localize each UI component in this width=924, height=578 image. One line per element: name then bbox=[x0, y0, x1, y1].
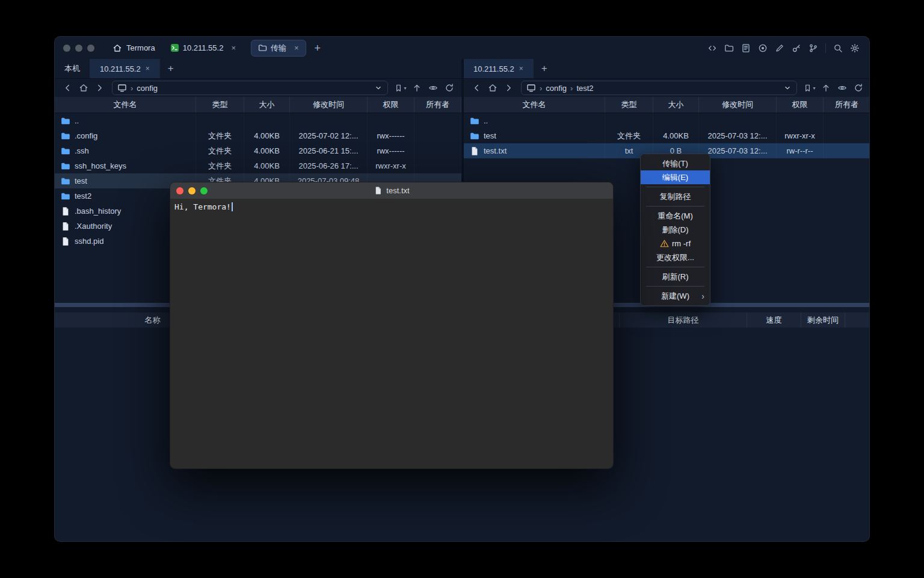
app-home-tab[interactable]: Termora bbox=[112, 43, 155, 53]
column-header[interactable]: 大小 bbox=[244, 97, 290, 113]
folder-icon[interactable] bbox=[724, 43, 734, 53]
file-size: 4.00KB bbox=[653, 128, 699, 143]
column-header[interactable]: 修改时间 bbox=[699, 97, 777, 113]
column-header[interactable]: 修改时间 bbox=[290, 97, 368, 113]
parent-dir-button[interactable] bbox=[818, 81, 833, 95]
close-button[interactable] bbox=[63, 45, 70, 52]
settings-icon[interactable] bbox=[850, 43, 860, 53]
file-size: 4.00KB bbox=[244, 143, 290, 158]
tab-transfer[interactable]: 传输 × bbox=[251, 40, 306, 57]
breadcrumb[interactable]: › config bbox=[112, 81, 388, 95]
main-titlebar: Termora 10.211.55.2 × 传输 × + bbox=[55, 37, 869, 59]
column-header[interactable]: 权限 bbox=[368, 97, 414, 113]
search-icon[interactable] bbox=[833, 43, 843, 53]
close-button[interactable] bbox=[176, 187, 183, 194]
menu-item-chmod[interactable]: 更改权限... bbox=[641, 250, 710, 264]
tab-remote[interactable]: 10.211.55.2 × bbox=[90, 59, 160, 78]
file-owner bbox=[824, 128, 870, 143]
menu-item-new[interactable]: 新建(W) › bbox=[641, 289, 710, 303]
menu-item-rename[interactable]: 重命名(M) bbox=[641, 209, 710, 223]
breadcrumb[interactable]: › config › test2 bbox=[521, 81, 797, 95]
record-icon[interactable] bbox=[758, 43, 768, 53]
zoom-button[interactable] bbox=[200, 187, 208, 194]
key-icon[interactable] bbox=[792, 43, 801, 53]
file-type: 文件夹 bbox=[605, 128, 653, 143]
menu-item-refresh[interactable]: 刷新(R) bbox=[641, 270, 710, 284]
back-button[interactable] bbox=[60, 81, 75, 95]
zoom-button[interactable] bbox=[87, 45, 94, 52]
breadcrumb-segment[interactable]: config bbox=[546, 84, 567, 93]
column-header[interactable]: 文件名 bbox=[55, 97, 196, 113]
forward-button[interactable] bbox=[92, 81, 107, 95]
bookmark-button[interactable]: ▾ bbox=[802, 81, 817, 95]
menu-item-copy-path[interactable]: 复制路径 bbox=[641, 190, 710, 204]
left-table-header: 文件名 类型 大小 修改时间 权限 所有者 bbox=[55, 97, 461, 113]
column-header[interactable]: 剩余时间 bbox=[801, 312, 845, 328]
show-hidden-button[interactable] bbox=[834, 81, 849, 95]
close-tab-icon[interactable]: × bbox=[519, 64, 523, 73]
file-modified: 2025-07-03 12:... bbox=[699, 143, 777, 158]
branch-icon[interactable] bbox=[808, 43, 818, 53]
close-tab-icon[interactable]: × bbox=[146, 64, 150, 73]
menu-separator bbox=[646, 206, 704, 207]
file-row[interactable]: .ssh 文件夹4.00KB2025-06-21 15:...rwx------ bbox=[55, 143, 461, 158]
file-name: .ssh bbox=[75, 146, 89, 155]
column-header[interactable]: 速度 bbox=[747, 312, 801, 328]
file-name: .Xauthority bbox=[75, 222, 112, 231]
column-header[interactable]: 文件名 bbox=[464, 97, 605, 113]
code-icon[interactable] bbox=[707, 43, 717, 53]
warning-icon bbox=[660, 239, 669, 248]
column-header[interactable]: 目标路径 bbox=[619, 312, 747, 328]
home-button[interactable] bbox=[76, 81, 91, 95]
file-type bbox=[605, 113, 653, 128]
refresh-button[interactable] bbox=[851, 81, 866, 95]
show-hidden-button[interactable] bbox=[425, 81, 440, 95]
column-header[interactable]: 类型 bbox=[196, 97, 244, 113]
folder-icon bbox=[258, 43, 267, 52]
column-header[interactable]: 类型 bbox=[605, 97, 653, 113]
column-header[interactable]: 大小 bbox=[653, 97, 699, 113]
breadcrumb-segment[interactable]: config bbox=[137, 84, 158, 93]
menu-item-transfer[interactable]: 传输(T) bbox=[641, 157, 710, 170]
editor-content[interactable]: Hi, Termora! bbox=[170, 199, 613, 214]
log-icon[interactable] bbox=[741, 43, 751, 53]
file-row[interactable]: .. bbox=[464, 113, 870, 128]
minimize-button[interactable] bbox=[188, 187, 196, 194]
tab-remote[interactable]: 10.211.55.2 × bbox=[464, 59, 534, 78]
breadcrumb-segment[interactable]: test2 bbox=[576, 84, 593, 93]
back-button[interactable] bbox=[469, 81, 484, 95]
menu-item-rm-rf[interactable]: rm -rf bbox=[641, 237, 710, 250]
file-row[interactable]: ssh_host_keys 文件夹4.00KB2025-06-26 17:...… bbox=[55, 158, 461, 173]
new-pane-tab-button[interactable]: + bbox=[160, 59, 182, 78]
bookmark-button[interactable]: ▾ bbox=[393, 81, 408, 95]
breadcrumb-separator: › bbox=[540, 84, 542, 93]
parent-dir-button[interactable] bbox=[409, 81, 424, 95]
file-modified bbox=[699, 113, 777, 128]
file-size: 4.00KB bbox=[244, 158, 290, 173]
refresh-button[interactable] bbox=[442, 81, 457, 95]
right-file-list: .. test 文件夹4.00KB2025-07-03 12:...rwxr-x… bbox=[464, 113, 870, 158]
column-header[interactable]: 所有者 bbox=[824, 97, 870, 113]
close-tab-icon[interactable]: × bbox=[231, 43, 236, 52]
tab-ssh-session[interactable]: 10.211.55.2 × bbox=[164, 40, 242, 57]
column-header[interactable]: 所有者 bbox=[414, 97, 461, 113]
menu-item-delete[interactable]: 删除(D) bbox=[641, 223, 710, 237]
file-row[interactable]: test 文件夹4.00KB2025-07-03 12:...rwxr-xr-x bbox=[464, 128, 870, 143]
file-icon bbox=[61, 237, 70, 246]
new-pane-tab-button[interactable]: + bbox=[534, 59, 555, 78]
forward-button[interactable] bbox=[501, 81, 516, 95]
column-header[interactable]: 权限 bbox=[777, 97, 824, 113]
home-button[interactable] bbox=[485, 81, 500, 95]
file-row[interactable]: .. bbox=[55, 113, 461, 128]
menu-item-edit[interactable]: 编辑(E) bbox=[641, 170, 710, 184]
file-name: test bbox=[484, 131, 496, 140]
file-owner bbox=[414, 158, 461, 173]
new-tab-button[interactable]: + bbox=[315, 43, 321, 54]
file-name: ssh_host_keys bbox=[75, 161, 126, 170]
tab-local[interactable]: 本机 bbox=[55, 59, 90, 78]
pencil-icon[interactable] bbox=[775, 43, 784, 53]
file-name: .. bbox=[75, 116, 79, 125]
file-row[interactable]: .config 文件夹4.00KB2025-07-02 12:...rwx---… bbox=[55, 128, 461, 143]
close-tab-icon[interactable]: × bbox=[294, 43, 299, 52]
minimize-button[interactable] bbox=[75, 45, 82, 52]
